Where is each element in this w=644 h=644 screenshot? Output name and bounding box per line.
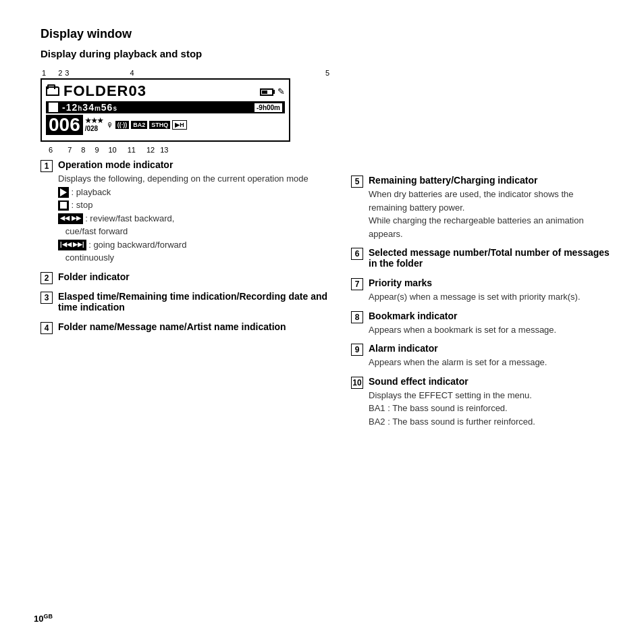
screen-border: FOLDER03 ✎ -12h34m56s -9h00m <box>41 78 290 142</box>
item-num-1: 1 <box>41 160 53 172</box>
item-3-title: Elasped time/Remaining time indication/R… <box>58 291 331 313</box>
rev-cont-icon: |◀◀ ▶▶| <box>58 240 86 250</box>
item-10: 10 Sound effect indicator Displays the E… <box>351 376 610 429</box>
blabel-8: 8 <box>81 146 85 154</box>
label-3: 3 <box>65 69 69 77</box>
item-num-7: 7 <box>351 278 363 290</box>
item-num-2: 2 <box>41 272 53 284</box>
time-display: -12h34m56s <box>62 102 117 113</box>
screen-row1: FOLDER03 ✎ <box>46 82 285 100</box>
item-8: 8 Bookmark indicator Appears when a book… <box>351 311 610 337</box>
blabel-7: 7 <box>68 146 72 154</box>
item-5-desc: When dry batteries are used, the indicat… <box>369 188 610 240</box>
item-num-4: 4 <box>41 322 53 334</box>
battery-icon-area: ✎ <box>260 86 285 97</box>
item-8-desc: Appears when a bookmark is set for a mes… <box>369 323 610 337</box>
item-9-content: Alarm indicator Appears when the alarm i… <box>369 343 610 369</box>
rev-ff-icon: ◀◀ ▶▶ <box>58 213 83 224</box>
item-10-title: Sound effect indicator <box>369 376 610 387</box>
blabel-10: 10 <box>109 146 117 154</box>
screen-row3: 006 ★★★ /028 🎙 ((·)) BA2 STHQ ▶H <box>46 115 285 135</box>
mic-icon: 🎙 <box>107 122 113 129</box>
item-5-title: Remaining battery/Charging indicator <box>369 175 610 186</box>
label-1: 1 <box>42 69 46 77</box>
item-9: 9 Alarm indicator Appears when the alarm… <box>351 343 610 369</box>
bottom-labels: 6 7 8 9 10 11 12 13 <box>41 146 331 154</box>
offset-time: -9h00m <box>254 103 282 112</box>
stars-total: ★★★ /028 <box>85 117 103 133</box>
item-4-content: Folder name/Message name/Artist name ind… <box>58 321 331 334</box>
item-8-title: Bookmark indicator <box>369 311 610 321</box>
arrow-h-icon: ▶H <box>172 120 187 130</box>
ba2-icon: BA2 <box>131 121 147 129</box>
page-number: 10GB <box>34 613 53 624</box>
blabel-9: 9 <box>95 146 99 154</box>
folder-name-display: FOLDER03 <box>63 82 146 100</box>
blabel-6: 6 <box>49 146 53 154</box>
item-7-title: Priority marks <box>369 277 610 288</box>
item-7-desc: Appear(s) when a message is set with pri… <box>369 290 610 304</box>
stop-icon-inline <box>58 200 69 211</box>
label-2: 2 <box>58 69 62 77</box>
display-diagram: 1 2 3 4 5 FOLDER03 ✎ <box>41 69 331 154</box>
section-subtitle: Display during playback and stop <box>41 48 331 59</box>
blabel-13: 13 <box>160 146 168 154</box>
item-2-title: Folder indicator <box>58 271 331 282</box>
right-col: 5 Remaining battery/Charging indicator W… <box>351 48 610 435</box>
item-1-content: Operation mode indicator Displays the fo… <box>58 159 331 265</box>
alarm-icon: ((·)) <box>115 121 130 129</box>
item-10-content: Sound effect indicator Displays the EFFE… <box>369 376 610 429</box>
blabel-12: 12 <box>146 146 155 154</box>
item-num-10: 10 <box>351 377 363 389</box>
track-number: 006 <box>46 115 83 135</box>
item-2-content: Folder indicator <box>58 271 331 284</box>
item-2: 2 Folder indicator <box>41 271 331 284</box>
item-7-content: Priority marks Appear(s) when a message … <box>369 277 610 304</box>
stop-indicator <box>49 103 58 112</box>
item-4-title: Folder name/Message name/Artist name ind… <box>58 321 331 332</box>
sthq-icon: STHQ <box>149 121 170 129</box>
item-3: 3 Elasped time/Remaining time indication… <box>41 291 331 315</box>
item-num-5: 5 <box>351 176 363 188</box>
label-5: 5 <box>325 69 329 77</box>
item-5: 5 Remaining battery/Charging indicator W… <box>351 175 610 240</box>
top-labels: 1 2 3 4 5 <box>41 69 331 77</box>
screen-row2: -12h34m56s -9h00m <box>46 101 285 113</box>
stop-square <box>60 202 67 209</box>
screen-icons: 🎙 ((·)) BA2 STHQ ▶H <box>107 120 187 130</box>
left-item-list: 1 Operation mode indicator Displays the … <box>41 159 331 334</box>
play-icon-inline <box>58 187 69 198</box>
right-item-list: 5 Remaining battery/Charging indicator W… <box>351 175 610 428</box>
item-6-title: Selected message number/Total number of … <box>369 247 610 269</box>
item-6: 6 Selected message number/Total number o… <box>351 247 610 271</box>
item-10-desc: Displays the EFFECT setting in the menu.… <box>369 389 610 429</box>
blabel-11: 11 <box>128 146 136 154</box>
item-7: 7 Priority marks Appear(s) when a messag… <box>351 277 610 304</box>
item-9-title: Alarm indicator <box>369 343 610 354</box>
item-4: 4 Folder name/Message name/Artist name i… <box>41 321 331 334</box>
label-4: 4 <box>130 69 134 77</box>
item-num-3: 3 <box>41 292 53 304</box>
item-8-content: Bookmark indicator Appears when a bookma… <box>369 311 610 337</box>
item-1-title: Operation mode indicator <box>58 159 331 170</box>
item-6-content: Selected message number/Total number of … <box>369 247 610 271</box>
item-1: 1 Operation mode indicator Displays the … <box>41 159 331 265</box>
item-num-8: 8 <box>351 311 363 323</box>
item-3-content: Elasped time/Remaining time indication/R… <box>58 291 331 315</box>
folder-icon <box>46 86 59 96</box>
play-triangle <box>60 188 67 196</box>
item-num-9: 9 <box>351 344 363 356</box>
item-5-content: Remaining battery/Charging indicator Whe… <box>369 175 610 240</box>
item-num-6: 6 <box>351 248 363 260</box>
page-title: Display window <box>41 27 610 41</box>
stars-indicator: ★★★ <box>85 117 103 125</box>
item-9-desc: Appears when the alarm is set for a mess… <box>369 356 610 369</box>
total-indicator: /028 <box>85 125 103 133</box>
item-1-desc: Displays the following, depending on the… <box>58 172 331 265</box>
